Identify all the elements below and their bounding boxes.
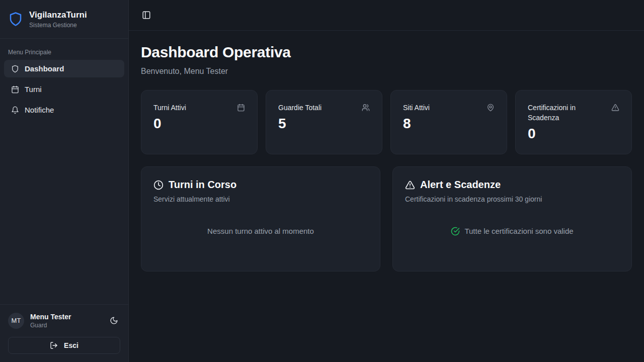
sidebar-item-notifiche[interactable]: Notifiche: [4, 101, 124, 119]
sidebar-item-label: Notifiche: [25, 106, 54, 114]
panel-subtitle: Certificazioni in scadenza prossimi 30 g…: [405, 195, 619, 203]
stat-label: Turni Attivi: [153, 103, 186, 113]
sidebar-item-label: Dashboard: [25, 64, 64, 73]
users-icon: [362, 104, 370, 112]
panel-alert-scadenze: Alert e Scadenze Certificazioni in scade…: [392, 166, 632, 272]
map-pin-icon: [487, 104, 495, 112]
panel-title: Turni in Corso: [169, 179, 236, 191]
app-brand: VigilanzaTurni Sistema Gestione: [0, 0, 128, 39]
moon-icon: [110, 316, 118, 325]
app-titles: VigilanzaTurni Sistema Gestione: [29, 10, 87, 28]
stat-card-turni-attivi: Turni Attivi 0: [141, 90, 258, 154]
stat-value: 8: [403, 116, 495, 132]
sidebar: VigilanzaTurni Sistema Gestione Menu Pri…: [0, 0, 129, 362]
page-subtitle: Benvenuto, Menu Tester: [141, 67, 632, 76]
stat-value: 0: [153, 116, 245, 132]
check-circle-icon: [451, 227, 460, 236]
sidebar-nav: Menu Principale Dashboard Turni Notifich…: [0, 39, 128, 127]
panels-grid: Turni in Corso Servizi attualmente attiv…: [141, 166, 632, 272]
app-name: VigilanzaTurni: [29, 10, 87, 20]
panel-subtitle: Servizi attualmente attivi: [153, 195, 368, 203]
empty-state-text: Nessun turno attivo al momento: [207, 227, 314, 235]
user-info: Menu Tester Guard: [30, 313, 71, 329]
shield-icon: [11, 65, 19, 73]
logout-label: Esci: [64, 341, 78, 349]
stat-value: 5: [278, 116, 370, 132]
user-name: Menu Tester: [30, 313, 71, 322]
stat-card-siti-attivi: Siti Attivi 8: [390, 90, 507, 154]
calendar-icon: [11, 85, 19, 94]
user-row: MT Menu Tester Guard: [8, 313, 120, 329]
clock-icon: [153, 180, 164, 190]
sidebar-toggle-button[interactable]: [140, 9, 153, 22]
panel-turni-in-corso: Turni in Corso Servizi attualmente attiv…: [141, 166, 380, 272]
content: Dashboard Operativa Benvenuto, Menu Test…: [129, 31, 644, 285]
topbar: [129, 0, 644, 31]
stat-label: Siti Attivi: [403, 103, 430, 113]
panel-left-icon: [142, 11, 151, 20]
sidebar-item-label: Turni: [25, 85, 42, 94]
panel-title: Alert e Scadenze: [420, 179, 501, 191]
logout-button[interactable]: Esci: [8, 337, 120, 354]
alert-triangle-icon: [405, 180, 415, 190]
calendar-icon: [237, 104, 245, 112]
stat-label: Guardie Totali: [278, 103, 321, 113]
avatar: MT: [8, 313, 24, 329]
alert-triangle-icon: [611, 104, 619, 112]
theme-toggle-button[interactable]: [108, 314, 120, 327]
app-subtitle: Sistema Gestione: [29, 22, 87, 29]
stat-label: Certificazioni in Scadenza: [528, 103, 607, 123]
sidebar-item-turni[interactable]: Turni: [4, 80, 124, 98]
sidebar-item-dashboard[interactable]: Dashboard: [4, 60, 124, 77]
main-area: Dashboard Operativa Benvenuto, Menu Test…: [129, 0, 644, 362]
page-title: Dashboard Operativa: [141, 44, 632, 61]
empty-state-text: Tutte le certificazioni sono valide: [464, 227, 573, 235]
user-role: Guard: [30, 322, 71, 329]
stat-card-guardie-totali: Guardie Totali 5: [266, 90, 382, 154]
bell-icon: [11, 106, 19, 114]
logout-icon: [50, 341, 58, 349]
nav-section-label: Menu Principale: [4, 45, 124, 60]
stats-grid: Turni Attivi 0 Guardie Totali 5: [141, 90, 632, 154]
stat-card-certificazioni: Certificazioni in Scadenza 0: [515, 90, 632, 154]
shield-logo-icon: [8, 12, 23, 27]
sidebar-footer: MT Menu Tester Guard Esci: [0, 304, 128, 362]
stat-value: 0: [528, 126, 619, 142]
